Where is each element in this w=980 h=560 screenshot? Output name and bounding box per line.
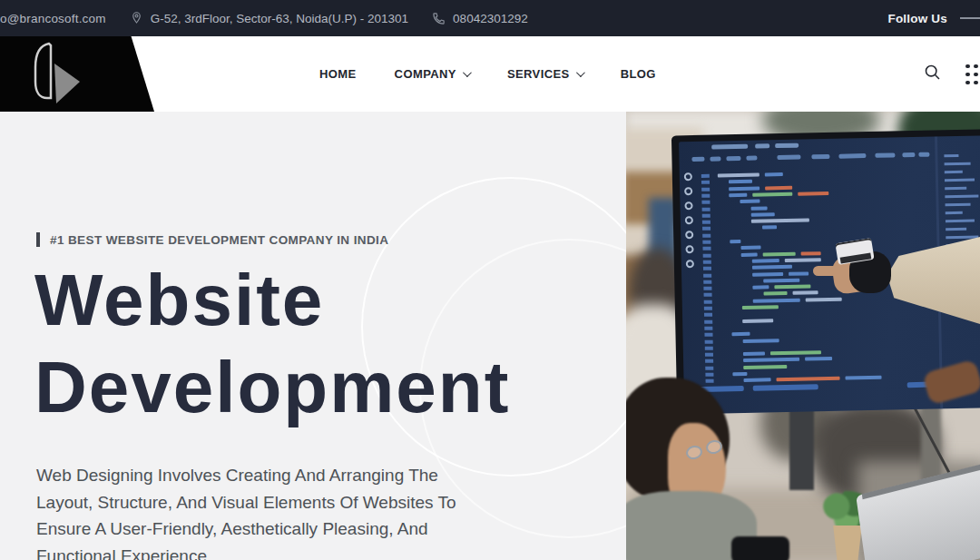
code-line	[765, 172, 783, 176]
code-line	[753, 298, 800, 302]
code-line	[777, 377, 840, 381]
nav-item-label: HOME	[319, 67, 357, 81]
nav-item-services[interactable]: SERVICES	[507, 67, 583, 81]
code-line	[770, 350, 821, 355]
activity-icon	[684, 201, 692, 210]
minimap-line	[946, 228, 966, 231]
line-number	[702, 221, 710, 224]
nav-item-label: BLOG	[621, 67, 656, 81]
hero-description: Web Designing Involves Creating And Arra…	[36, 462, 483, 560]
address-text: G-52, 3rdFloor, Sector-63, Noida(U.P) - …	[151, 12, 408, 25]
topbar-follow-group: Follow Us	[887, 12, 980, 25]
nav-item-label: COMPANY	[395, 67, 456, 81]
line-number	[701, 194, 710, 198]
navbar: HOME COMPANY SERVICES BLOG	[0, 36, 980, 112]
line-number	[701, 187, 710, 191]
hero-eyebrow: #1 BEST WEBSITE DEVELOPMENT COMPANY IN I…	[36, 232, 388, 247]
code-line	[744, 378, 771, 383]
code-line	[763, 278, 799, 282]
line-number	[705, 346, 713, 349]
code-line	[764, 291, 788, 296]
line-number	[701, 174, 710, 178]
toolbar-blur	[875, 152, 895, 157]
line-number	[705, 373, 713, 377]
code-line	[805, 357, 832, 361]
minimap-line	[945, 162, 971, 166]
nav-item-company[interactable]: COMPANY	[395, 67, 469, 81]
phone-text[interactable]: 08042301292	[453, 12, 528, 25]
toolbar-blur	[746, 156, 757, 161]
code-line	[846, 376, 882, 380]
page-title: Website Development	[34, 257, 510, 431]
code-line	[742, 305, 779, 309]
nav-item-home[interactable]: HOME	[319, 67, 357, 81]
line-number	[703, 267, 711, 270]
minimap-line	[945, 171, 963, 173]
line-number	[702, 227, 710, 231]
search-icon[interactable]	[923, 63, 942, 85]
location-pin-icon	[130, 11, 143, 25]
nav-item-label: SERVICES	[507, 67, 570, 81]
window-title-blur	[755, 143, 769, 148]
line-number	[702, 241, 710, 244]
line-number	[704, 313, 712, 317]
toolbar-blur	[811, 154, 829, 159]
code-line	[740, 246, 760, 250]
brand-logo[interactable]	[0, 36, 154, 112]
eyebrow-text: #1 BEST WEBSITE DEVELOPMENT COMPANY IN I…	[50, 233, 388, 247]
activity-icon	[685, 216, 693, 224]
line-number	[705, 353, 713, 357]
line-number	[705, 339, 713, 343]
email-link[interactable]: o@brancosoft.com	[0, 12, 106, 25]
code-line	[729, 193, 747, 197]
toolbar-blur	[918, 152, 929, 157]
line-number	[704, 319, 712, 323]
line-number	[704, 333, 712, 337]
line-number	[704, 327, 712, 330]
activity-icon	[684, 172, 692, 181]
code-line	[741, 252, 758, 256]
code-line	[718, 173, 760, 178]
topbar-contact-group: o@brancosoft.com G-52, 3rdFloor, Sector-…	[0, 11, 528, 25]
chevron-down-icon	[576, 68, 585, 77]
code-line	[743, 352, 765, 357]
chevron-down-icon	[463, 68, 472, 77]
code-line	[731, 332, 750, 336]
topbar: o@brancosoft.com G-52, 3rdFloor, Sector-…	[0, 0, 980, 36]
code-line	[762, 226, 777, 230]
code-line	[752, 272, 783, 277]
window-title-blur	[711, 144, 748, 150]
minimap-line	[945, 194, 978, 198]
code-line	[765, 185, 792, 190]
code-line	[752, 259, 779, 263]
code-line	[785, 258, 821, 262]
activity-icon	[685, 231, 693, 239]
line-number	[703, 260, 711, 264]
code-line	[743, 339, 779, 343]
minimap-line	[944, 154, 958, 157]
activity-icon	[686, 260, 694, 268]
nav-item-blog[interactable]: BLOG	[621, 67, 656, 81]
title-line-1: Website	[34, 257, 510, 344]
line-number	[702, 233, 710, 237]
grid-menu-icon[interactable]	[965, 64, 980, 84]
toolbar-blur	[691, 157, 704, 162]
minimap-line	[945, 187, 966, 191]
address-item: G-52, 3rdFloor, Sector-63, Noida(U.P) - …	[130, 11, 408, 25]
code-line	[789, 271, 808, 275]
line-number	[706, 379, 714, 383]
code-line	[751, 206, 768, 210]
code-line	[732, 372, 747, 376]
code-line	[730, 240, 740, 243]
line-number	[703, 287, 711, 290]
code-line	[806, 297, 842, 301]
line-number	[701, 181, 710, 184]
line-number	[704, 300, 712, 303]
hero-photo	[626, 112, 980, 560]
code-line	[729, 180, 752, 184]
code-line	[751, 218, 809, 222]
line-number	[703, 280, 711, 283]
follow-us-label: Follow Us	[887, 12, 947, 25]
code-line	[752, 285, 769, 289]
minimap-line	[946, 220, 975, 223]
